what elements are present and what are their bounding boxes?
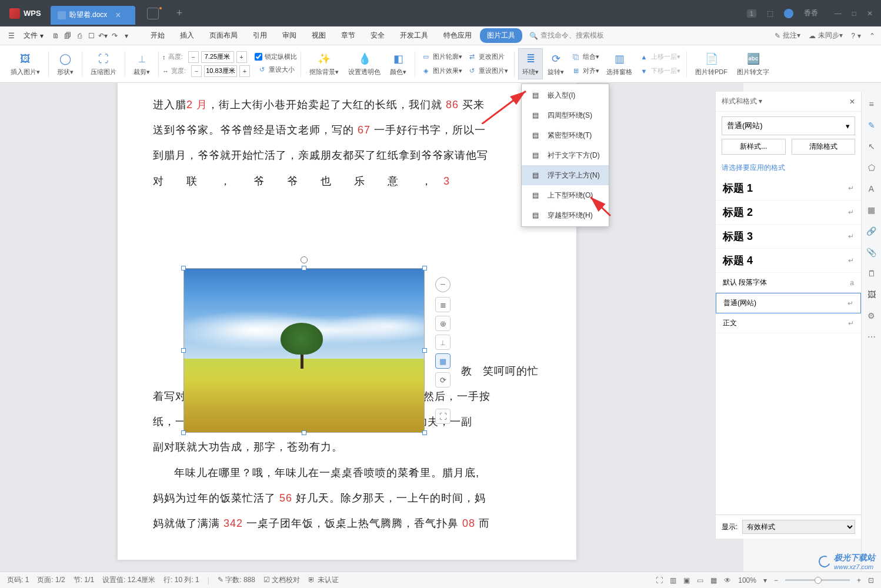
layout-option-2[interactable]: ⊕ [435, 316, 450, 331]
status-pages[interactable]: 页面: 1/2 [37, 575, 65, 585]
print-icon[interactable]: ⎙ [74, 31, 85, 41]
reset-size-button[interactable]: ↺重设大小 [255, 64, 297, 75]
view-eye-icon[interactable]: 👁 [724, 576, 731, 584]
view-outline-icon[interactable]: ▥ [670, 576, 676, 584]
height-input[interactable] [201, 51, 234, 63]
style-heading4[interactable]: 标题 4↵ [716, 249, 861, 273]
document-tab[interactable]: 盼望着.docx × [51, 6, 135, 25]
resize-handle-tl[interactable] [181, 266, 186, 270]
menu-special[interactable]: 特色应用 [436, 28, 479, 43]
tab-placeholder-icon[interactable] [147, 8, 159, 19]
tab-close-icon[interactable]: × [115, 10, 121, 21]
rail-cursor-icon[interactable]: ↖ [865, 140, 878, 153]
menu-start[interactable]: 开始 [144, 28, 172, 43]
rail-gear-icon[interactable]: ⚙ [865, 309, 878, 322]
status-setval[interactable]: 设置值: 12.4厘米 [102, 575, 155, 585]
compress-button[interactable]: ⛶压缩图片 [86, 49, 121, 79]
menu-devtools[interactable]: 开发工具 [393, 28, 435, 43]
transparent-button[interactable]: 💧设置透明色 [343, 49, 385, 79]
bring-forward-button[interactable]: ▲上移一层▾ [637, 51, 683, 63]
menu-section[interactable]: 章节 [334, 28, 362, 43]
rail-more-icon[interactable]: ⋯ [865, 330, 878, 343]
resize-handle-tr[interactable] [422, 266, 427, 270]
remove-bg-button[interactable]: ✨抠除背景▾ [305, 49, 343, 79]
close-button[interactable]: ✕ [867, 9, 873, 18]
view-web-icon[interactable]: ▦ [710, 576, 717, 584]
maximize-button[interactable]: □ [852, 9, 856, 18]
layout-option-3[interactable]: ⟂ [435, 335, 450, 350]
menu-view[interactable]: 视图 [305, 28, 333, 43]
help-button[interactable]: ?▾ [851, 32, 861, 40]
rotate-button[interactable]: ⟳旋转▾ [543, 49, 569, 79]
menu-layout[interactable]: 页面布局 [202, 28, 245, 43]
undo-icon[interactable]: ↶▾ [98, 31, 108, 41]
wrap-tight[interactable]: ▤紧密型环绕(T) [522, 125, 609, 145]
rail-note-icon[interactable]: 🗒 [865, 267, 878, 280]
wrap-front[interactable]: ▤浮于文字上方(N) [522, 165, 609, 185]
layout-option-6[interactable]: ⛶ [435, 409, 450, 424]
selected-image[interactable] [183, 268, 425, 433]
wrap-square[interactable]: ▤四周型环绕(S) [522, 105, 609, 125]
effect-button[interactable]: ◈图片效果▾ [419, 65, 465, 77]
wrap-button[interactable]: ≣环绕▾ [518, 48, 543, 79]
view-read-icon[interactable]: ▭ [697, 576, 703, 584]
width-input[interactable] [204, 65, 237, 77]
panel-close-icon[interactable]: ✕ [849, 98, 855, 106]
wrap-inline[interactable]: ▤嵌入型(I) [522, 85, 609, 105]
rail-clip-icon[interactable]: 📎 [865, 246, 878, 259]
resize-handle-tm[interactable] [302, 266, 306, 270]
minimize-button[interactable]: — [835, 9, 842, 18]
fit-icon[interactable]: ⊡ [868, 576, 874, 584]
clear-format-button[interactable]: 清除格式 [792, 139, 856, 155]
shape-button[interactable]: ◯形状▾ [52, 49, 78, 79]
save-as-icon[interactable]: 🗐 [62, 31, 73, 41]
menu-security[interactable]: 安全 [363, 28, 392, 43]
status-cert[interactable]: ⛨ 未认证 [308, 575, 338, 585]
height-minus[interactable]: − [188, 51, 199, 63]
file-menu[interactable]: 文件▾ [18, 28, 49, 43]
rotate-handle[interactable] [301, 256, 308, 263]
width-plus[interactable]: + [239, 65, 250, 77]
change-pic-button[interactable]: ⇄更改图片 [465, 51, 510, 63]
sync-dropdown[interactable]: ☁未同步▾ [809, 31, 843, 41]
minimize-ribbon-icon[interactable]: ⌃ [869, 32, 875, 40]
show-filter-select[interactable]: 有效样式 [742, 520, 855, 534]
status-line[interactable]: 行: 10 列: 1 [163, 575, 199, 585]
user-avatar-icon[interactable] [784, 9, 793, 18]
new-tab-button[interactable]: + [176, 7, 183, 19]
zoom-slider[interactable] [785, 579, 850, 581]
style-heading1[interactable]: 标题 1↵ [716, 176, 861, 201]
notification-badge[interactable]: 1 [747, 9, 756, 18]
current-style-combo[interactable]: 普通(网站)▾ [722, 116, 855, 135]
outline-button[interactable]: ▭图片轮廓▾ [419, 51, 465, 63]
zoom-minus[interactable]: − [774, 576, 778, 584]
send-backward-button[interactable]: ▼下移一层▾ [637, 65, 683, 77]
status-page[interactable]: 页码: 1 [7, 575, 29, 585]
group-button[interactable]: ⿻组合▾ [569, 51, 602, 63]
layout-option-5[interactable]: ⟳ [435, 372, 450, 387]
qa-dropdown-icon[interactable]: ▾ [121, 31, 132, 41]
wrap-behind[interactable]: ▤衬于文字下方(D) [522, 145, 609, 165]
zoom-out-icon[interactable]: − [435, 277, 450, 292]
zoom-level[interactable]: 100% [738, 576, 756, 584]
color-button[interactable]: ◧颜色▾ [385, 49, 411, 79]
status-cal[interactable]: ☑ 文档校对 [263, 575, 300, 585]
command-search[interactable]: 🔍 查找命令、搜索模板 [529, 31, 604, 41]
pic-to-text-button[interactable]: 🔤图片转文字 [732, 49, 774, 79]
reset-pic-button[interactable]: ↺重设图片▾ [465, 65, 510, 77]
gift-icon[interactable]: ⬚ [767, 9, 773, 18]
layout-option-4[interactable]: ▦ [435, 353, 450, 369]
style-heading2[interactable]: 标题 2↵ [716, 201, 861, 225]
rail-pen-icon[interactable]: ✎ [865, 119, 878, 132]
view-page-icon[interactable]: ▣ [683, 576, 690, 584]
menu-icon[interactable]: ☰ [6, 31, 16, 41]
style-default-font[interactable]: 默认 段落字体a [716, 273, 861, 293]
zoom-plus[interactable]: + [857, 576, 861, 584]
select-pane-button[interactable]: ▥选择窗格 [602, 49, 637, 79]
rail-link-icon[interactable]: 🔗 [865, 225, 878, 238]
view-fullscreen-icon[interactable]: ⛶ [656, 576, 663, 584]
annotate-dropdown[interactable]: ✎批注▾ [775, 31, 800, 41]
resize-handle-mr[interactable] [422, 348, 427, 353]
print-preview-icon[interactable]: ☐ [86, 31, 96, 41]
pic-to-pdf-button[interactable]: 📄图片转PDF [690, 49, 732, 79]
